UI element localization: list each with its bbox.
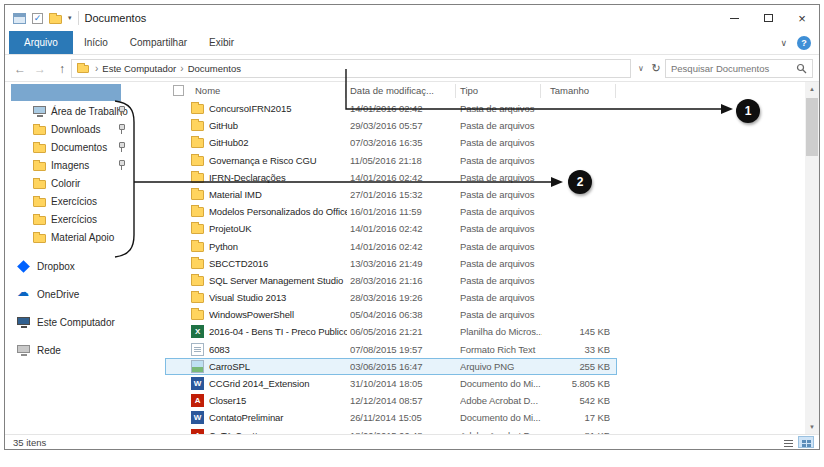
table-row[interactable]: ContatoPreliminar 26/11/2014 15:05 Docum…	[165, 409, 617, 426]
file-type-icon	[191, 293, 204, 303]
file-size	[520, 186, 610, 203]
sidebar-item-label: Downloads	[51, 124, 100, 135]
help-button[interactable]: ?	[797, 36, 811, 50]
pin-icon	[117, 124, 125, 134]
table-row[interactable]: ConcursoIFRN2015 14/01/2016 02:42 Pasta …	[165, 100, 617, 117]
file-name: Governança e Risco CGU	[209, 152, 347, 169]
scrollbar-thumb[interactable]	[806, 98, 818, 156]
refresh-icon[interactable]: ↻	[649, 55, 663, 82]
column-divider[interactable]	[455, 84, 456, 98]
file-type-icon	[191, 104, 204, 114]
file-type-icon	[191, 156, 204, 166]
table-row[interactable]: CoTA-Contt 18/06/2015 06:48 Adobe Acroba…	[165, 427, 617, 434]
table-row[interactable]: GitHub 29/03/2016 05:57 Pasta de arquivo…	[165, 117, 617, 134]
file-date: 14/01/2016 02:42	[350, 238, 452, 255]
scroll-up-icon[interactable]: ▲	[805, 82, 819, 96]
sidebar-quick-access-item[interactable]: Exercícios	[5, 210, 165, 228]
table-row[interactable]: CarroSPL 03/06/2015 16:47 Arquivo PNG 25…	[165, 358, 617, 375]
column-headers: Nome Data de modificaç... Tipo Tamanho	[165, 82, 805, 100]
sidebar-quick-access-item[interactable]: Material Apoio	[5, 228, 165, 246]
file-date: 27/01/2016 15:32	[350, 186, 452, 203]
table-row[interactable]: Closer15 12/12/2014 08:57 Adobe Acrobat …	[165, 392, 617, 409]
sidebar-root-item[interactable]: Rede	[5, 336, 165, 364]
close-button[interactable]: ×	[785, 5, 819, 31]
vertical-scrollbar[interactable]: ▲ ▼	[805, 82, 819, 434]
table-row[interactable]: IFRN-Declarações 14/01/2016 02:42 Pasta …	[165, 169, 617, 186]
sidebar-root-item[interactable]: OneDrive	[5, 280, 165, 308]
column-header-tipo[interactable]: Tipo	[460, 82, 478, 100]
file-type-icon	[191, 138, 204, 148]
file-date: 28/03/2016 21:16	[350, 272, 452, 289]
table-row[interactable]: 6083 07/08/2015 19:57 Formato Rich Text …	[165, 341, 617, 358]
ribbon-tab[interactable]: Arquivo	[9, 31, 73, 54]
sidebar-quick-access-item[interactable]: Colorir	[5, 174, 165, 192]
table-row[interactable]: WindowsPowerShell 05/04/2016 06:38 Pasta…	[165, 306, 617, 323]
table-row[interactable]: CCGrid 2014_Extension 31/10/2014 18:05 D…	[165, 375, 617, 392]
file-name: ConcursoIFRN2015	[209, 100, 347, 117]
file-type-icon	[191, 173, 204, 183]
file-name: Material IMD	[209, 186, 347, 203]
column-divider[interactable]	[615, 84, 616, 98]
breadcrumb-item[interactable]: Documentos	[188, 63, 241, 74]
forward-icon[interactable]: →	[31, 55, 49, 82]
table-row[interactable]: Governança e Risco CGU 11/05/2016 21:18 …	[165, 152, 617, 169]
sidebar-quick-access-item[interactable]: Downloads	[5, 120, 165, 138]
column-header-data[interactable]: Data de modificaç...	[350, 82, 434, 100]
table-row[interactable]: Material IMD 27/01/2016 15:32 Pasta de a…	[165, 186, 617, 203]
breadcrumb-item[interactable]: Este Computador	[102, 63, 176, 74]
file-type-icon	[191, 207, 204, 217]
pin-icon	[117, 142, 125, 152]
column-divider[interactable]	[345, 84, 346, 98]
select-all-checkbox[interactable]	[173, 85, 184, 96]
sidebar-item-label: Este Computador	[37, 317, 115, 328]
sidebar-root-item[interactable]: Dropbox	[5, 252, 165, 280]
column-header-tamanho[interactable]: Tamanho	[550, 82, 589, 100]
table-row[interactable]: Visual Studio 2013 28/03/2016 19:26 Past…	[165, 289, 617, 306]
sidebar-root-item[interactable]: Este Computador	[5, 308, 165, 336]
scroll-down-icon[interactable]: ▼	[805, 420, 819, 434]
file-name: CoTA-Contt	[209, 427, 347, 434]
file-type-icon	[191, 360, 204, 373]
address-dropdown-icon[interactable]: ∨	[635, 55, 647, 82]
properties-check-icon[interactable]: ✓	[32, 13, 43, 24]
file-size: 5.805 KB	[520, 375, 610, 392]
ribbon-tab[interactable]: Início	[73, 31, 119, 54]
file-name: Modelos Personalizados do Office	[209, 203, 347, 220]
sidebar-item-icon	[33, 106, 46, 114]
search-input[interactable]	[671, 63, 796, 74]
table-row[interactable]: Modelos Personalizados do Office 16/01/2…	[165, 203, 617, 220]
back-icon[interactable]: ←	[11, 55, 29, 82]
sidebar-item-icon	[33, 234, 46, 243]
minimize-button[interactable]	[717, 5, 751, 31]
up-icon[interactable]: ↑	[53, 55, 71, 82]
file-date: 29/03/2016 05:57	[350, 117, 452, 134]
ribbon-tab[interactable]: Compartilhar	[119, 31, 198, 54]
sidebar-item-label: OneDrive	[37, 289, 79, 300]
sidebar-quick-access-item[interactable]: Exercícios	[5, 192, 165, 210]
table-row[interactable]: GitHub02 07/03/2016 16:35 Pasta de arqui…	[165, 134, 617, 151]
table-row[interactable]: Python 14/01/2016 02:42 Pasta de arquivo…	[165, 238, 617, 255]
sidebar-quick-access-item[interactable]: Área de Trabalho	[5, 102, 165, 120]
sidebar-item-quick-access-selected[interactable]	[11, 84, 121, 101]
table-row[interactable]: SQL Server Management Studio 28/03/2016 …	[165, 272, 617, 289]
new-folder-icon[interactable]	[49, 15, 62, 24]
file-type-icon	[191, 242, 204, 252]
table-row[interactable]: ProjetoUK 14/01/2016 02:42 Pasta de arqu…	[165, 220, 617, 237]
file-size: 255 KB	[520, 358, 610, 375]
thumbnails-view-button[interactable]	[798, 436, 814, 448]
file-name: CCGrid 2014_Extension	[209, 375, 347, 392]
breadcrumb[interactable]: › Este Computador › Documentos	[71, 59, 631, 78]
quick-access-toolbar-dropdown-icon[interactable]: ▾	[68, 14, 72, 22]
table-row[interactable]: SBCCTD2016 13/03/2016 21:49 Pasta de arq…	[165, 255, 617, 272]
maximize-button[interactable]	[751, 5, 785, 31]
ribbon-tab[interactable]: Exibir	[198, 31, 245, 54]
column-divider[interactable]	[540, 84, 541, 98]
column-header-nome[interactable]: Nome	[195, 82, 220, 100]
table-row[interactable]: 2016-04 - Bens TI - Preco Publico - De..…	[165, 323, 617, 340]
details-view-button[interactable]	[780, 436, 796, 448]
file-size	[520, 255, 610, 272]
ribbon-collapse-icon[interactable]: ∨	[780, 38, 787, 48]
sidebar-quick-access-item[interactable]: Imagens	[5, 156, 165, 174]
file-date: 07/03/2016 16:35	[350, 134, 452, 151]
sidebar-quick-access-item[interactable]: Documentos	[5, 138, 165, 156]
